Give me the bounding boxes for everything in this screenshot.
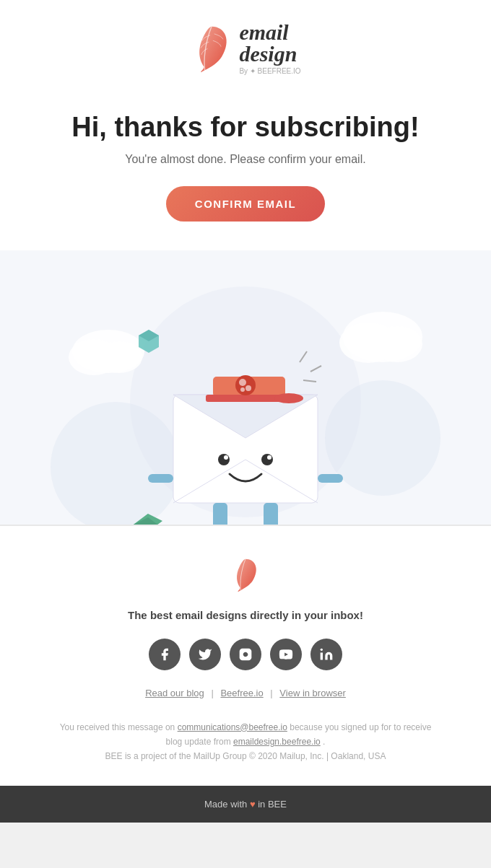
svg-point-15 [224, 455, 228, 460]
header-section: email design By ✦ BEEFREE.IO [0, 0, 491, 89]
feather-logo-icon [190, 23, 233, 74]
logo-by-text: By ✦ BEEFREE.IO [239, 67, 300, 75]
logo-text-group: email design By ✦ BEEFREE.IO [239, 22, 300, 75]
logo-design-text: design [239, 43, 297, 65]
svg-rect-69 [321, 652, 323, 659]
facebook-icon [157, 647, 172, 662]
twitter-icon [198, 647, 212, 662]
made-with-text: Made with ♥ in BEE [204, 799, 287, 810]
youtube-social-icon[interactable] [270, 639, 302, 670]
heart-icon: ♥ [250, 799, 256, 810]
svg-point-20 [235, 375, 256, 395]
legal-site-link[interactable]: emaildesign.beefree.io [233, 737, 321, 747]
legal-text-3: . [323, 737, 325, 747]
svg-point-13 [218, 454, 230, 465]
svg-rect-26 [213, 503, 227, 525]
facebook-social-icon[interactable] [149, 639, 181, 670]
bottom-bar: Made with ♥ in BEE [0, 786, 491, 823]
illustration-section [0, 250, 491, 525]
link-separator-2: | [270, 688, 275, 698]
footer-links-group: Read our blog | Beefree.io | View in bro… [43, 688, 448, 698]
logo-area: email design By ✦ BEEFREE.IO [29, 22, 462, 75]
email-wrapper: email design By ✦ BEEFREE.IO Hi, thanks … [0, 0, 491, 823]
footer-section: The best email designs directly in your … [0, 526, 491, 786]
confirm-email-button[interactable]: CONFIRM EMAIL [166, 186, 325, 222]
logo-email-text: email [239, 22, 288, 43]
svg-rect-25 [318, 474, 343, 483]
svg-point-66 [247, 651, 249, 653]
footer-tagline: The best email designs directly in your … [43, 609, 448, 621]
beefree-link[interactable]: Beefree.io [220, 688, 263, 698]
read-blog-link[interactable]: Read our blog [145, 688, 204, 698]
svg-point-21 [239, 379, 246, 386]
twitter-social-icon[interactable] [189, 639, 221, 670]
view-browser-link[interactable]: View in browser [279, 688, 346, 698]
linkedin-social-icon[interactable] [310, 639, 342, 670]
svg-rect-27 [264, 503, 278, 525]
svg-point-5 [372, 326, 422, 362]
svg-point-22 [246, 385, 251, 391]
svg-point-14 [261, 454, 273, 465]
svg-point-19 [274, 393, 303, 403]
instagram-icon [238, 647, 253, 662]
legal-text-1: You received this message on [60, 722, 175, 732]
svg-point-23 [240, 387, 245, 392]
social-icons-group [43, 639, 448, 670]
youtube-icon [279, 647, 293, 662]
footer-feather-icon [43, 555, 448, 597]
footer-legal-text: You received this message on communicati… [43, 720, 448, 764]
link-separator-1: | [211, 688, 216, 698]
svg-point-16 [267, 455, 271, 460]
email-mascot-illustration [0, 265, 491, 525]
hero-section: Hi, thanks for subscribing! You're almos… [0, 89, 491, 250]
svg-point-70 [321, 648, 323, 650]
svg-rect-24 [148, 474, 173, 483]
legal-company: BEE is a project of the MailUp Group © 2… [58, 749, 433, 763]
hero-subtitle: You're almost done. Please confirm your … [43, 153, 448, 166]
svg-point-8 [96, 341, 142, 373]
hero-title: Hi, thanks for subscribing! [43, 111, 448, 144]
legal-email-link[interactable]: communications@beefree.io [178, 722, 287, 732]
linkedin-icon [319, 647, 334, 662]
instagram-social-icon[interactable] [230, 639, 261, 670]
